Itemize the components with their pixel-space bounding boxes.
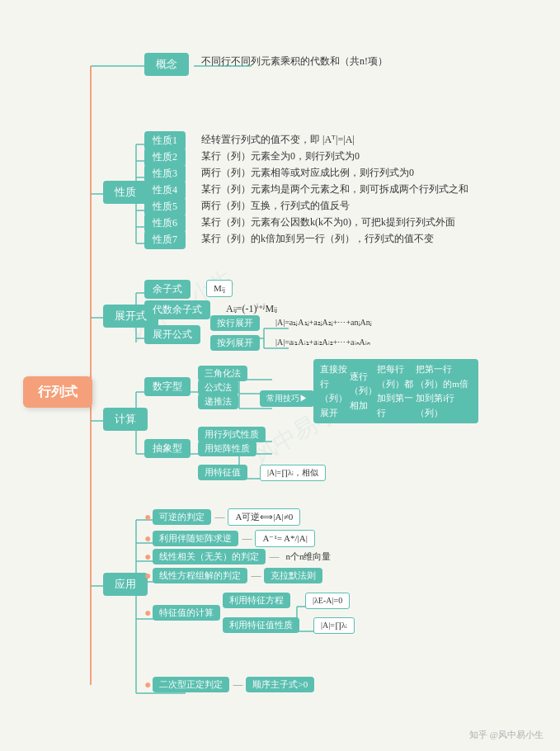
xz7-label: 性质7: [144, 230, 186, 249]
yy6-row: ● 二次型正定判定 — 顺序主子式>0: [144, 677, 314, 692]
yy4-row: ● 线性方程组解的判定 — 克拉默法则: [144, 568, 322, 583]
xz4-desc: 某行（列）元素均是两个元素之和，则可拆成两个行列式之和: [198, 181, 472, 198]
gainian-desc: 不同行不同列元素乘积的代数和（共n!项）: [198, 53, 391, 70]
yuzishi-label: 余子式: [144, 280, 191, 299]
yy1-row: ● 可逆的判定 — A可逆⟺|A|≠0: [144, 508, 300, 526]
bullet-3: ●: [144, 550, 151, 564]
yongtezhi-label: 用特征值: [198, 465, 247, 480]
yy5-row: ● 特征值的计算: [144, 605, 220, 621]
anghang-formula: |A|=a₁ⱼA₁ⱼ+a₂ⱼA₂ⱼ+⋯+anⱼAnⱼ: [272, 315, 375, 330]
yy3-desc: n个n维向量: [282, 549, 334, 564]
node-jisuan: 计算: [103, 408, 148, 431]
anglie-label: 按列展开: [210, 335, 260, 351]
xz7-desc: 某行（列）的k倍加到另一行（列），行列式的值不变: [198, 230, 437, 248]
shuzixing-label: 数字型: [144, 377, 191, 396]
root-node: 行列式: [23, 376, 92, 408]
footer: 知乎 @风中易小生: [469, 729, 544, 741]
bullet-5: ●: [144, 607, 151, 620]
yy3-row: ● 线性相关（无关）的判定 — n个n维向量: [144, 549, 334, 564]
yy6-label: 二次型正定判定: [153, 677, 229, 692]
bullet-4: ●: [144, 569, 151, 583]
changyong-tip-toggle[interactable]: 常用技巧▶: [260, 390, 314, 407]
xz6-desc: 某行（列）元素有公因数k(k不为0)，可把k提到行列式外面: [198, 214, 459, 231]
ditui-label: 递推法: [198, 394, 238, 409]
anglie-formula: |A|=aᵢ₁Aᵢ₁+aᵢ₂Aᵢ₂+⋯+aᵢₙAᵢₙ: [272, 335, 374, 350]
changyong-tip-box: 直接按行（列）展开 逐行（列）相加 把每行（列）都加到第一行 把第一行（列）的m…: [313, 359, 478, 423]
node-gainian: 概念: [144, 53, 189, 76]
daishu-label: 代数余子式: [144, 300, 210, 319]
yy1-desc: A可逆⟺|A|≠0: [228, 508, 300, 526]
page-container: 风中易小生 风中易小生: [0, 0, 560, 751]
yy1-label: 可逆的判定: [153, 509, 211, 525]
yongjuzhen-label: 用矩阵性质: [198, 441, 256, 456]
mind-map: 行列式 概念 不同行不同列元素乘积的代数和（共n!项） 性质 性质1 经转置行列…: [8, 17, 553, 734]
bullet-6: ●: [144, 678, 151, 692]
anghang-label: 按行展开: [210, 315, 260, 331]
tezhixingzhi-label: 利用特征值性质: [223, 617, 299, 633]
tezhifangcheng-label: 利用特征方程: [223, 593, 290, 608]
chouxiangxing-label: 抽象型: [144, 439, 191, 458]
yy4-label: 线性方程组解的判定: [153, 568, 247, 583]
yy6-desc: 顺序主子式>0: [246, 677, 314, 692]
xz5-desc: 两行（列）互换，行列式的值反号: [198, 197, 353, 215]
xz1-desc: 经转置行列式的值不变，即 |Aᵀ|=|A|: [198, 131, 358, 149]
yy2-desc: A⁻¹= A*/|A|: [255, 530, 314, 547]
yy5-label: 特征值的计算: [153, 605, 220, 621]
tezhixingzhi-formula: |A|=∏λᵢ: [313, 617, 355, 634]
xz2-desc: 某行（列）元素全为0，则行列式为0: [198, 148, 363, 165]
yuzishi-formula: Mᵢⱼ: [206, 280, 233, 297]
yy4-desc: 克拉默法则: [264, 568, 322, 583]
node-xingzhi: 性质: [103, 181, 148, 204]
zhankaigongshi-label: 展开公式: [144, 325, 200, 344]
yy3-label: 线性相关（无关）的判定: [153, 549, 266, 564]
tezhifangcheng-formula: |λE-A|=0: [305, 593, 350, 609]
bullet-1: ●: [144, 511, 151, 524]
yy2-label: 利用伴随矩阵求逆: [153, 531, 238, 546]
bullet-2: ●: [144, 532, 151, 546]
node-yingyong: 应用: [103, 573, 148, 596]
yy2-row: ● 利用伴随矩阵求逆 — A⁻¹= A*/|A|: [144, 530, 315, 547]
xz3-desc: 两行（列）元素相等或对应成比例，则行列式为0: [198, 164, 417, 182]
tezhi-formula: |A|=∏λᵢ，相似: [260, 465, 326, 481]
